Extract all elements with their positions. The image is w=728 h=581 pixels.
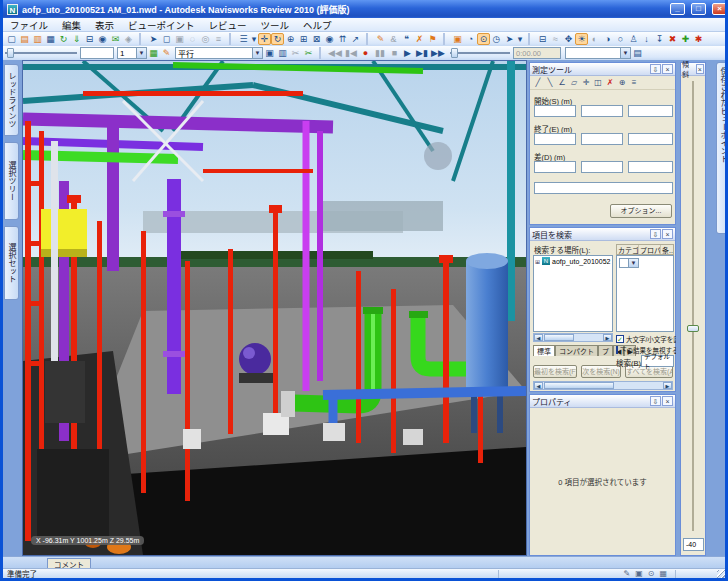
tab-saved-viewpoints[interactable]: 保存されたビューポイント <box>716 62 728 234</box>
condition-list[interactable]: ▼ <box>616 255 674 332</box>
tab-properties[interactable]: プ <box>598 345 613 356</box>
search-mode-combo[interactable]: デフォルト <box>641 355 674 367</box>
chevron-down-icon[interactable]: ▾ <box>516 33 524 45</box>
shading-button[interactable]: ◐ <box>588 33 601 45</box>
find-panel-titlebar[interactable]: 項目を検索 ⇩ × <box>530 228 675 241</box>
new-button[interactable]: ▢ <box>5 33 18 45</box>
find-comment-button[interactable]: ◔ <box>464 33 477 45</box>
camera-mode-combo[interactable]: 平行 ▼ <box>175 47 263 59</box>
column-condition[interactable]: 条... <box>661 245 673 254</box>
scroll-left-icon[interactable]: ◀ <box>534 382 543 389</box>
chevron-down-icon[interactable]: ▼ <box>628 259 638 267</box>
snapshot-button[interactable]: ▣ <box>451 33 464 45</box>
distance-field[interactable] <box>534 182 673 194</box>
tilt-slider-track[interactable] <box>692 81 694 531</box>
tab-selection-sets[interactable]: 選択セット <box>4 226 19 300</box>
step-back-button[interactable]: ▮◀ <box>343 47 359 59</box>
append-button[interactable]: ▥ <box>31 33 44 45</box>
menu-viewpoint[interactable]: ビューポイント <box>121 18 202 32</box>
measure-angle-icon[interactable]: ∠ <box>556 77 568 88</box>
tilt-value-box[interactable]: -40 <box>683 538 704 551</box>
hide-button[interactable]: ◌ <box>186 33 199 45</box>
diff-y-field[interactable] <box>581 161 623 173</box>
measure-accumulate-icon[interactable]: ≡ <box>628 77 640 88</box>
pick-button[interactable]: ➤ <box>503 33 516 45</box>
viewport[interactable]: X -96.31m Y 1001.25m Z 29.55m <box>22 60 527 556</box>
tree-hscrollbar[interactable]: ◀ ▶ <box>533 333 613 342</box>
fly-button[interactable]: ↗ <box>349 33 362 45</box>
import-button[interactable]: ⇓ <box>70 33 83 45</box>
options-button[interactable]: ◈ <box>122 33 135 45</box>
selection-tree-button[interactable]: ☰ <box>237 33 250 45</box>
menu-edit[interactable]: 編集 <box>55 18 88 32</box>
close-icon[interactable]: × <box>662 64 673 74</box>
measure-clear-icon[interactable]: ✗ <box>604 77 616 88</box>
section-button[interactable]: ⊟ <box>536 33 549 45</box>
column-category[interactable]: カテゴリ <box>617 245 639 254</box>
match-case-checkbox[interactable]: ✓ <box>616 335 624 343</box>
chevron-down-icon[interactable]: ▼ <box>620 48 630 58</box>
headlight-button[interactable]: ◑ <box>601 33 614 45</box>
menu-view[interactable]: 表示 <box>88 18 121 32</box>
zoom-button[interactable]: ⊕ <box>284 33 297 45</box>
measure-shortest-icon[interactable]: ✛ <box>580 77 592 88</box>
comment-button[interactable]: ❝ <box>400 33 413 45</box>
measure-convert-icon[interactable]: ◫ <box>592 77 604 88</box>
category-combo[interactable]: ▼ <box>619 258 639 268</box>
save-button[interactable]: ▦ <box>44 33 57 45</box>
gravity-button[interactable]: ↓ <box>640 33 653 45</box>
redline-pencil-button[interactable]: ✎ <box>374 33 387 45</box>
properties-panel-titlebar[interactable]: プロパティ ⇩ × <box>530 395 675 408</box>
select-button[interactable]: ➤ <box>147 33 160 45</box>
print-button[interactable]: ⊟ <box>83 33 96 45</box>
search-tree[interactable]: ⊞ N aofp_uto_2010052 <box>533 255 613 332</box>
erase-button[interactable]: ✗ <box>413 33 426 45</box>
crouch-button[interactable]: ↧ <box>653 33 666 45</box>
measure-panel-titlebar[interactable]: 測定ツール ⇩ × <box>530 63 675 76</box>
lighting-button[interactable]: ☀ <box>575 33 588 45</box>
stop-button[interactable]: ■ <box>388 47 401 59</box>
open-button[interactable]: ▤ <box>18 33 31 45</box>
record-button[interactable]: ● <box>359 47 372 59</box>
close-icon[interactable]: × <box>662 229 673 239</box>
maximize-button[interactable]: □ <box>691 3 706 15</box>
measure-multiline-icon[interactable]: ╲ <box>544 77 556 88</box>
cylinder-button[interactable]: ▥ <box>276 47 289 59</box>
save-viewpoint-button[interactable]: ▦ <box>147 47 160 59</box>
tag-button[interactable]: ⚑ <box>426 33 439 45</box>
viewpoint-slider[interactable] <box>5 48 77 58</box>
select-box-button[interactable]: ◻ <box>160 33 173 45</box>
tab-redline-tools[interactable]: レッドラインツール <box>4 64 19 136</box>
time-slider[interactable] <box>450 48 510 58</box>
measure-area-icon[interactable]: ▱ <box>568 77 580 88</box>
measure-lock-icon[interactable]: ⊕ <box>616 77 628 88</box>
scroll-right-icon[interactable]: ▶ <box>663 382 672 389</box>
menu-review[interactable]: レビュー <box>202 18 254 32</box>
match-case-row[interactable]: ✓ 大文字/小文字を区別(M) <box>616 334 676 344</box>
zoom-all-button[interactable]: ⊠ <box>310 33 323 45</box>
frame-combo[interactable]: 1 ▼ <box>117 47 147 59</box>
pan-button[interactable]: ✛ <box>258 33 271 45</box>
scroll-left-icon[interactable]: ◀ <box>534 334 543 341</box>
step-forward-button[interactable]: ▶▮ <box>414 47 430 59</box>
menu-file[interactable]: ファイル <box>3 18 55 32</box>
tab-standard[interactable]: 標準 <box>533 345 555 356</box>
walk-button[interactable]: ⇈ <box>336 33 349 45</box>
cut-button[interactable]: ✂ <box>289 47 302 59</box>
menu-tools[interactable]: ツール <box>254 18 297 32</box>
start-z-field[interactable] <box>628 105 673 117</box>
title-bar[interactable]: N aofp_uto_20100521 AM_01.nwd - Autodesk… <box>3 0 728 18</box>
gizmo-button[interactable]: ✥ <box>562 33 575 45</box>
find-first-button[interactable]: 最初を検索(F) <box>533 365 577 378</box>
publish-button[interactable]: ◉ <box>96 33 109 45</box>
record-viewpoint-button[interactable]: ▣ <box>263 47 276 59</box>
tab-selection-tree[interactable]: 選択ツリー <box>4 142 19 220</box>
measure-line-icon[interactable]: ╱ <box>532 77 544 88</box>
split-button[interactable]: ✂ <box>302 47 315 59</box>
end-x-field[interactable] <box>534 133 576 145</box>
email-button[interactable]: ✉ <box>109 33 122 45</box>
column-property[interactable]: プロパ... <box>639 245 661 254</box>
multi-select-button[interactable]: ▣ <box>173 33 186 45</box>
panel-hscrollbar[interactable]: ◀ ▶ <box>533 381 673 390</box>
close-button[interactable]: × <box>712 3 727 15</box>
